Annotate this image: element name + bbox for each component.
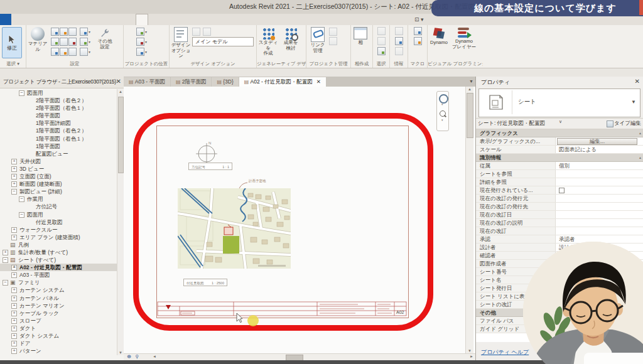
select-by-id-icon[interactable] xyxy=(395,37,403,45)
purge-unused-icon[interactable] xyxy=(60,48,68,56)
view-tab[interactable]: A03 - 平面図 xyxy=(124,77,170,87)
tree-item[interactable]: 3D ビュー xyxy=(0,165,117,173)
window-close-button-sliver[interactable] xyxy=(639,0,643,15)
object-styles-icon[interactable] xyxy=(51,28,59,36)
tree-item[interactable]: 凡例 xyxy=(0,241,117,249)
dropdown-arrow[interactable]: ▾ xyxy=(145,38,149,47)
property-row[interactable]: 現在の改訂 xyxy=(476,227,643,235)
aligned-dimension-icon[interactable] xyxy=(109,2,117,11)
ribbon-tab[interactable] xyxy=(34,14,45,25)
scroll-up-icon[interactable]: ▲ xyxy=(117,90,124,94)
ribbon-display-toggle[interactable]: ⊡ ▾ xyxy=(414,14,424,25)
tree-item[interactable]: 配置図ビュー xyxy=(0,150,117,158)
section-icon[interactable] xyxy=(152,2,159,11)
tree-expand-glyph[interactable] xyxy=(11,227,17,233)
dynamo-button[interactable]: Dynamo xyxy=(428,26,450,46)
tree-item[interactable]: 図面用 xyxy=(0,211,117,218)
property-row[interactable]: 識別情報 xyxy=(476,154,643,162)
property-row[interactable]: シートを参照 xyxy=(476,170,643,178)
scroll-left-icon[interactable]: ◄ xyxy=(153,355,156,358)
active-design-option-select[interactable]: メイン モデル xyxy=(192,37,254,46)
tree-expand-glyph[interactable] xyxy=(11,189,17,195)
dropdown-arrow[interactable]: ▾ xyxy=(145,28,149,37)
tree-item[interactable]: 1階平面図（着色１） xyxy=(0,135,117,142)
tree-expand-glyph[interactable] xyxy=(19,212,24,218)
tree-item[interactable]: 天井伏図 xyxy=(0,158,117,165)
macro-security-icon[interactable] xyxy=(414,37,422,45)
location-icon[interactable] xyxy=(136,28,144,36)
tree-expand-glyph[interactable] xyxy=(11,235,17,240)
tree-item[interactable]: 付近見取図 xyxy=(0,218,117,226)
tree-expand-glyph[interactable] xyxy=(11,166,17,172)
type-selector[interactable]: シート ▼ xyxy=(478,88,640,117)
tree-item[interactable]: 1階平面図 xyxy=(0,142,117,150)
instance-filter-select[interactable]: シート: 付近見取図・配置図 xyxy=(478,119,558,127)
property-row[interactable]: グラフィックス xyxy=(476,129,643,137)
properties-header[interactable]: プロパティ ✕ xyxy=(476,77,643,88)
materials-button[interactable]: マテリアル xyxy=(26,26,49,52)
ribbon-tab[interactable] xyxy=(45,14,57,25)
ribbon-tab[interactable] xyxy=(0,14,11,25)
undo-icon[interactable] xyxy=(56,2,63,11)
tree-item[interactable]: 2階平面図（着色２） xyxy=(0,97,117,104)
redo-icon[interactable] xyxy=(67,2,74,11)
panel-schedule-templates-icon[interactable] xyxy=(80,48,88,56)
tree-expand-glyph[interactable] xyxy=(11,287,17,293)
snaps-icon[interactable] xyxy=(60,28,68,36)
zoom-icon[interactable] xyxy=(440,110,446,117)
tree-item[interactable]: 製図ビュー (詳細) xyxy=(0,188,117,195)
project-browser-close-icon[interactable]: ✕ xyxy=(116,78,121,85)
dropdown-arrow[interactable]: ▾ xyxy=(89,28,92,37)
tree-expand-glyph[interactable] xyxy=(11,296,17,301)
view-tab-overflow-arrow[interactable]: ▼ xyxy=(469,79,473,83)
property-value[interactable]: 編集... xyxy=(557,138,637,145)
tree-expand-glyph[interactable] xyxy=(19,90,24,96)
ribbon-tab[interactable] xyxy=(124,14,136,25)
tree-expand-glyph[interactable] xyxy=(3,250,8,255)
view-tab[interactable]: {3D} xyxy=(212,77,238,87)
tree-item[interactable]: カーテン システム xyxy=(0,286,117,294)
open-icon[interactable] xyxy=(24,2,31,11)
property-row[interactable]: 現在の改訂日 xyxy=(476,211,643,219)
tree-item[interactable]: 2階平面図（着色１） xyxy=(0,104,117,112)
ribbon-tab[interactable] xyxy=(102,14,113,25)
property-row[interactable]: 詳細を参照 xyxy=(476,178,643,186)
sync-icon[interactable] xyxy=(45,2,53,11)
panel-footer-select[interactable]: 選択 ▾ xyxy=(0,60,26,68)
coordinates-icon[interactable] xyxy=(136,38,144,46)
dropdown-arrow[interactable]: ▾ xyxy=(89,48,92,57)
tree-expand-glyph[interactable] xyxy=(11,333,17,339)
print-icon[interactable] xyxy=(77,2,85,11)
edit-selection-icon[interactable] xyxy=(377,47,386,55)
ribbon-tab[interactable] xyxy=(148,14,159,25)
tree-item[interactable]: スロープ xyxy=(0,317,117,324)
tree-expand-glyph[interactable] xyxy=(11,159,17,164)
tree-item[interactable]: ドア xyxy=(0,340,117,347)
tree-item[interactable]: 断面図 (建築断面) xyxy=(0,180,117,188)
property-value[interactable] xyxy=(556,195,643,202)
measure-icon[interactable] xyxy=(99,2,106,11)
tree-expand-glyph[interactable] xyxy=(11,318,17,324)
scroll-up-icon[interactable]: ▲ xyxy=(466,87,473,91)
tree-item[interactable]: パターン xyxy=(0,347,117,355)
additional-settings-button[interactable]: その他 設定 xyxy=(94,26,116,50)
phases-button[interactable]: 相 xyxy=(351,26,370,46)
tree-item[interactable]: A03 - 平面図 xyxy=(0,271,117,279)
property-value[interactable] xyxy=(556,211,643,218)
steering-wheel-small-icon[interactable]: ☸ xyxy=(127,354,131,360)
text-icon[interactable] xyxy=(120,2,127,11)
tree-expand-glyph[interactable] xyxy=(11,265,17,270)
zoom-small-icon[interactable]: ⚲ xyxy=(135,354,139,360)
property-value[interactable] xyxy=(556,227,643,235)
tree-expand-glyph[interactable] xyxy=(3,280,8,286)
design-options-button[interactable]: デザイン オプション xyxy=(170,26,192,59)
ribbon-tab[interactable] xyxy=(57,14,68,25)
property-row[interactable]: 現在の改訂の発行元 xyxy=(476,195,643,203)
tree-expand-glyph[interactable] xyxy=(11,272,17,278)
ribbon-tab[interactable] xyxy=(68,14,79,25)
property-value[interactable] xyxy=(556,186,643,194)
project-units-icon[interactable] xyxy=(68,48,77,56)
shared-parameters-icon[interactable] xyxy=(60,38,68,46)
tree-item[interactable]: カーテン パネル xyxy=(0,294,117,302)
tree-item[interactable]: エリア プラン (建築面積) xyxy=(0,233,117,241)
